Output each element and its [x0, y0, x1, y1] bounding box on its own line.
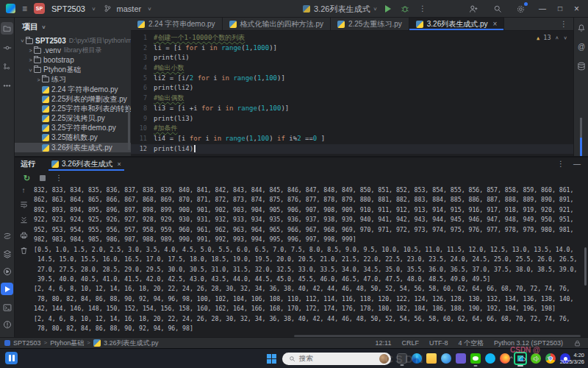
caret-position[interactable]: 12:11	[376, 339, 392, 347]
tab-list-more-icon[interactable]: ⋮	[560, 21, 573, 28]
run-tool-icon[interactable]	[1, 283, 13, 295]
editor-tab[interactable]: 3.26列表生成式.py×	[409, 18, 505, 30]
prev-problem-icon[interactable]: >	[554, 36, 559, 39]
main-menu-icon[interactable]: ≡	[22, 4, 27, 13]
tree-item[interactable]: 2.25列表的增删改查.py	[15, 94, 131, 104]
search-highlight-image[interactable]	[379, 354, 389, 364]
tree-item[interactable]: >.venvlibrary根目录	[15, 46, 131, 55]
file-explorer-icon[interactable]	[426, 353, 437, 364]
debug-button[interactable]	[399, 3, 411, 15]
onedrive-cloud-icon[interactable]	[518, 354, 527, 363]
taskbar-widget-icon[interactable]	[5, 352, 18, 364]
tray-clock[interactable]: 4:20 2025/3/26	[560, 352, 584, 365]
tree-item[interactable]: >练习	[15, 75, 131, 85]
qq-icon[interactable]	[485, 353, 495, 364]
tree-item[interactable]: 2.24 字符串demo.py	[15, 85, 131, 94]
editor-tab[interactable]: 格式化输出的四种方法.py	[223, 18, 331, 30]
ai-assistant-icon[interactable]: @	[576, 41, 587, 53]
code-line[interactable]: 12print(li4)	[131, 144, 573, 155]
file-encoding[interactable]: UTF-8	[429, 339, 448, 347]
console-vscrollbar[interactable]	[584, 247, 587, 286]
problems-tool-icon[interactable]	[1, 318, 13, 330]
tree-chevron-icon[interactable]: >	[27, 48, 34, 53]
wechat-icon[interactable]	[470, 353, 481, 364]
taskbar-search[interactable]: 搜索	[282, 353, 391, 365]
tree-item[interactable]: 3.25字符串demo.py	[15, 124, 131, 133]
console-more-icon[interactable]: ⋮	[55, 174, 62, 182]
code-editor[interactable]: 1#创建一个1-10000个数的列表2li = [i for i in rang…	[131, 31, 573, 156]
tree-item[interactable]: 2.25字符串和列表的转换.py	[15, 104, 131, 113]
tree-chevron-icon[interactable]: >	[20, 38, 25, 44]
code-line[interactable]: 8li3 = [i +i for i in range(1,100)]	[131, 104, 573, 114]
more-tools-icon[interactable]	[1, 79, 13, 92]
start-button[interactable]	[267, 354, 276, 364]
rerun-button[interactable]: ↻	[24, 174, 30, 183]
network-icon[interactable]	[546, 354, 555, 363]
commit-tool-icon[interactable]	[1, 41, 13, 54]
services-tool-icon[interactable]	[1, 247, 13, 260]
close-icon[interactable]: ×	[493, 21, 498, 28]
tree-item[interactable]: 2.25深浅拷贝.py	[15, 114, 131, 124]
indent-style[interactable]: 4 个空格	[458, 339, 484, 348]
console-output[interactable]: 832, 833, 834, 835, 836, 837, 838, 839, …	[34, 185, 582, 334]
editor-tab[interactable]: 2.24 字符串demo.py	[131, 18, 223, 30]
close-icon[interactable]: ×	[117, 161, 121, 168]
scroll-to-end-icon[interactable]	[18, 213, 29, 225]
tree-chevron-icon[interactable]: >	[35, 77, 42, 82]
code-line[interactable]: 6print(li2)	[131, 83, 573, 93]
project-avatar[interactable]: SP	[34, 3, 45, 14]
structure-tool-icon[interactable]	[1, 60, 13, 73]
breadcrumb-item[interactable]: SPT2503	[13, 339, 41, 347]
settings-gear-icon[interactable]	[515, 3, 527, 15]
scroll-to-top-icon[interactable]: ↑	[22, 187, 26, 194]
tree-item[interactable]: 3.26列表生成式.py	[15, 143, 131, 152]
terminal-tool-icon[interactable]	[1, 301, 13, 314]
code-line[interactable]: 4#输出小数	[131, 63, 573, 74]
notifications-bell-icon[interactable]	[576, 22, 587, 34]
next-problem-icon[interactable]: >	[562, 36, 567, 39]
tray-expand-icon[interactable]: ^	[510, 355, 513, 361]
search-everywhere-icon[interactable]	[492, 3, 503, 15]
clear-all-icon[interactable]	[18, 244, 29, 256]
close-button[interactable]: ×	[574, 4, 579, 13]
browser-icon[interactable]	[441, 353, 451, 364]
more-actions-icon[interactable]: ⋮	[419, 5, 426, 13]
project-tool-icon[interactable]	[1, 22, 13, 35]
maximize-button[interactable]: □	[558, 5, 562, 13]
project-name[interactable]: SPT2503	[51, 4, 85, 13]
code-with-me-icon[interactable]	[468, 3, 480, 15]
minimize-button[interactable]: —	[539, 5, 546, 13]
tree-item[interactable]: >bootstrap	[15, 55, 131, 65]
run-anything-icon[interactable]	[1, 265, 13, 277]
run-button[interactable]	[385, 5, 391, 13]
run-tab[interactable]: 3.26列表生成式 ×	[49, 158, 124, 171]
hide-panel-icon[interactable]: —	[573, 160, 581, 168]
tree-item[interactable]: >SPT2503D:\pyx\项目\python\myflaskd	[15, 36, 131, 46]
branch-name[interactable]: master	[117, 4, 142, 13]
python-interpreter[interactable]: Python 3.12 (SPT2503)	[494, 339, 563, 347]
tree-chevron-icon[interactable]: >	[27, 57, 34, 63]
database-tool-icon[interactable]	[576, 60, 587, 72]
editor-tab[interactable]: 2.25去重练习.py	[331, 18, 409, 30]
inspection-widget[interactable]: ▲ 13 > >	[537, 34, 566, 41]
run-configuration[interactable]: 3.26列表生成式 >	[303, 4, 377, 15]
print-icon[interactable]	[18, 229, 29, 241]
breadcrumb-item[interactable]: Ptyhon基础	[50, 339, 84, 348]
code-line[interactable]: 3print(li)	[131, 53, 573, 63]
tree-chevron-icon[interactable]: >	[28, 67, 33, 74]
taskbar-app-dark-icon[interactable]	[397, 353, 407, 364]
code-line[interactable]: 1#创建一个1-10000个数的列表	[131, 33, 573, 43]
project-scrollbar[interactable]	[128, 106, 130, 150]
lock-icon[interactable]	[573, 339, 581, 347]
chevron-down-icon[interactable]: >	[40, 25, 46, 29]
code-line[interactable]: 2li = [i for i in range(1,1000)]	[131, 43, 573, 54]
tree-item[interactable]: 3.25随机数.py	[15, 133, 131, 143]
run-panel-more-icon[interactable]: ⋮	[557, 160, 564, 168]
volume-icon[interactable]	[532, 354, 541, 363]
edge-icon[interactable]	[412, 353, 422, 364]
stop-button[interactable]	[40, 175, 46, 181]
line-separator[interactable]: CRLF	[401, 339, 419, 347]
code-line[interactable]: 9print(li3)	[131, 114, 573, 124]
code-line[interactable]: 11li4 = [i for i in range(1,100) if i%2 …	[131, 134, 573, 144]
breadcrumb-item[interactable]: 3.26列表生成式.py	[104, 339, 159, 348]
